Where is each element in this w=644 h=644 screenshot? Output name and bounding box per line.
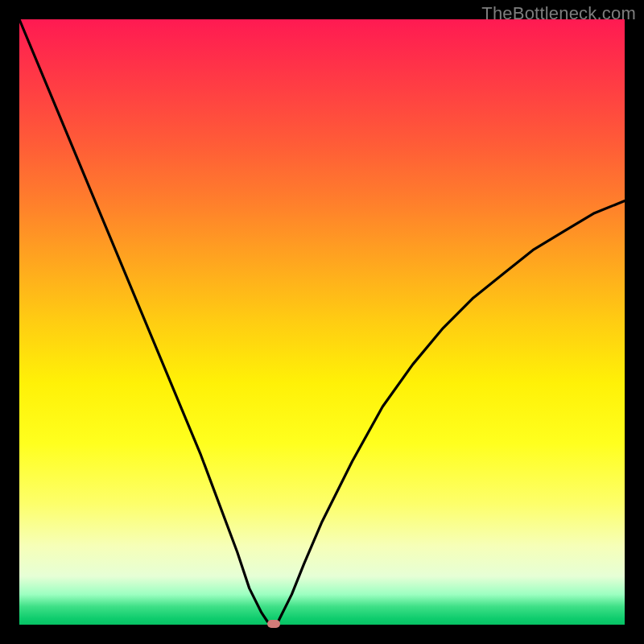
bottleneck-curve bbox=[19, 19, 625, 625]
chart-plot-area bbox=[19, 19, 625, 625]
optimal-marker bbox=[267, 620, 280, 628]
watermark-text: TheBottleneck.com bbox=[481, 3, 636, 24]
chart-frame: TheBottleneck.com bbox=[0, 0, 644, 644]
